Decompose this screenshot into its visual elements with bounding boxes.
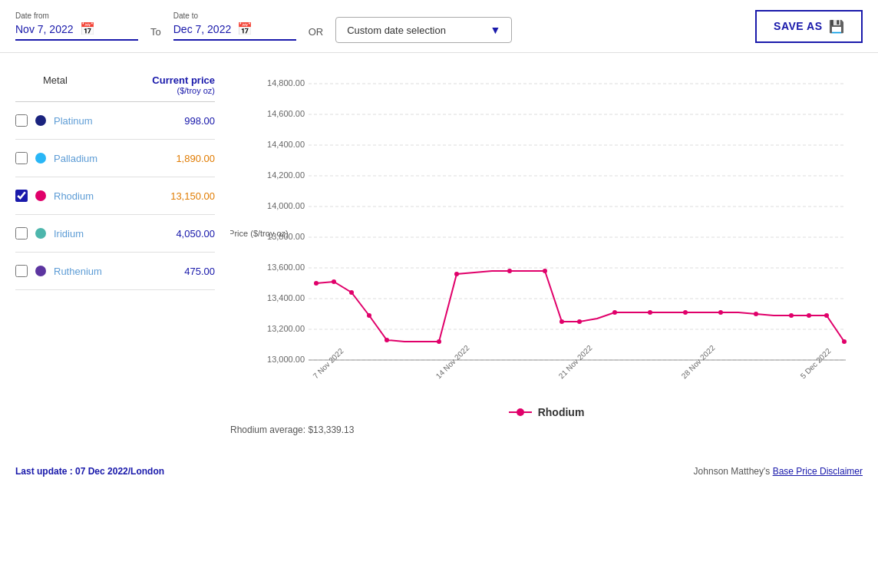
svg-point-36 (577, 319, 582, 324)
svg-point-39 (683, 310, 688, 315)
save-as-label: SAVE AS (774, 20, 822, 32)
metal-price-platinum: 998.00 (169, 115, 215, 127)
metal-price-iridium: 4,050.00 (169, 228, 215, 239)
top-bar: Date from Nov 7, 2022 📅 To Date to Dec 7… (0, 0, 878, 53)
disclaimer: Johnson Matthey's Base Price Disclaimer (694, 466, 863, 477)
rhodium-avg: Rhodium average: $13,339.13 (230, 424, 863, 435)
metal-name-platinum: Platinum (54, 115, 161, 127)
checkbox-iridium[interactable] (15, 227, 28, 239)
dot-ruthenium (35, 266, 46, 276)
dot-iridium (35, 228, 46, 239)
save-icon: 💾 (829, 19, 845, 34)
dot-platinum (35, 115, 46, 126)
metals-table-header: Metal Current price ($/troy oz) (15, 68, 215, 102)
chart-legend: Rhodium (230, 406, 863, 418)
svg-text:14,000.00: 14,000.00 (267, 201, 305, 210)
svg-point-26 (314, 281, 319, 286)
metal-name-iridium: Iridium (54, 228, 161, 239)
chart-area: JM Base Price ($/troy oz) 14,800.00 1 (230, 68, 863, 435)
or-separator: OR (309, 15, 324, 38)
custom-select-text: Custom date selection (347, 25, 482, 36)
dot-palladium (35, 153, 46, 164)
svg-point-38 (648, 310, 652, 315)
svg-point-32 (454, 272, 459, 276)
legend-label: Rhodium (538, 406, 585, 418)
svg-point-42 (789, 313, 794, 318)
date-from-value: Nov 7, 2022 (15, 23, 74, 35)
metal-row: Palladium1,890.00 (15, 140, 215, 177)
metal-name-rhodium: Rhodium (54, 190, 161, 202)
save-as-button[interactable]: SAVE AS 💾 (755, 10, 863, 43)
svg-point-31 (437, 339, 441, 344)
date-from-label: Date from (15, 12, 138, 20)
svg-point-29 (367, 313, 371, 318)
metals-panel: Metal Current price ($/troy oz) Platinum… (15, 68, 215, 435)
metal-name-palladium: Palladium (54, 153, 161, 164)
svg-text:14,200.00: 14,200.00 (267, 170, 305, 180)
chevron-down-icon: ▼ (490, 24, 500, 36)
svg-text:13,600.00: 13,600.00 (267, 263, 305, 272)
metal-price-rhodium: 13,150.00 (169, 190, 215, 202)
last-update: Last update : 07 Dec 2022/London (15, 466, 164, 477)
svg-point-35 (559, 319, 564, 324)
svg-text:5 Dec 2022: 5 Dec 2022 (799, 346, 833, 380)
svg-point-44 (824, 313, 829, 318)
svg-point-40 (718, 310, 723, 315)
metal-row: Platinum998.00 (15, 102, 215, 140)
metal-name-ruthenium: Ruthenium (54, 266, 161, 277)
svg-point-37 (612, 310, 617, 315)
calendar-to-icon[interactable]: 📅 (237, 21, 253, 36)
date-to-field: Date to Dec 7, 2022 📅 (173, 12, 296, 41)
checkbox-rhodium[interactable] (15, 190, 28, 202)
to-separator: To (150, 15, 161, 38)
svg-text:13,800.00: 13,800.00 (267, 232, 305, 241)
checkbox-platinum[interactable] (15, 114, 28, 127)
svg-text:7 Nov 2022: 7 Nov 2022 (312, 346, 345, 380)
svg-point-45 (842, 339, 847, 344)
svg-point-27 (332, 279, 336, 284)
last-update-value: 07 Dec 2022/London (75, 466, 164, 477)
svg-point-43 (807, 313, 811, 318)
svg-point-30 (385, 338, 389, 342)
svg-point-34 (543, 269, 547, 273)
date-from-field: Date from Nov 7, 2022 📅 (15, 12, 138, 41)
svg-text:14,400.00: 14,400.00 (267, 140, 305, 149)
metal-row: Iridium4,050.00 (15, 215, 215, 253)
svg-text:21 Nov 2022: 21 Nov 2022 (557, 343, 594, 380)
date-to-label: Date to (173, 12, 296, 20)
dot-rhodium (35, 190, 46, 201)
metal-row: Ruthenium475.00 (15, 253, 215, 290)
svg-text:13,400.00: 13,400.00 (267, 293, 305, 302)
svg-text:14,600.00: 14,600.00 (267, 109, 305, 118)
calendar-from-icon[interactable]: 📅 (80, 21, 95, 36)
metal-price-ruthenium: 475.00 (169, 266, 215, 277)
svg-text:13,000.00: 13,000.00 (267, 355, 305, 364)
col-price-header: Current price ($/troy oz) (152, 74, 215, 95)
metal-price-palladium: 1,890.00 (169, 153, 215, 164)
disclaimer-link[interactable]: Base Price Disclaimer (773, 466, 863, 477)
col-metal-header: Metal (43, 74, 68, 95)
svg-text:28 Nov 2022: 28 Nov 2022 (680, 343, 717, 380)
svg-text:14 Nov 2022: 14 Nov 2022 (434, 343, 471, 380)
custom-date-select[interactable]: Custom date selection ▼ (335, 17, 512, 43)
svg-point-28 (349, 290, 354, 295)
metals-rows: Platinum998.00Palladium1,890.00Rhodium13… (15, 102, 215, 290)
svg-text:13,200.00: 13,200.00 (267, 324, 305, 333)
svg-point-41 (754, 312, 758, 316)
date-to-value: Dec 7, 2022 (173, 23, 232, 35)
checkbox-palladium[interactable] (15, 152, 28, 164)
footer-bar: Last update : 07 Dec 2022/London Johnson… (0, 458, 878, 484)
svg-point-33 (507, 269, 512, 273)
chart-svg: JM Base Price ($/troy oz) 14,800.00 1 (230, 68, 863, 398)
chart-container: JM Base Price ($/troy oz) 14,800.00 1 (230, 68, 863, 398)
checkbox-ruthenium[interactable] (15, 265, 28, 277)
metal-row: Rhodium13,150.00 (15, 177, 215, 215)
svg-text:14,800.00: 14,800.00 (267, 78, 305, 88)
